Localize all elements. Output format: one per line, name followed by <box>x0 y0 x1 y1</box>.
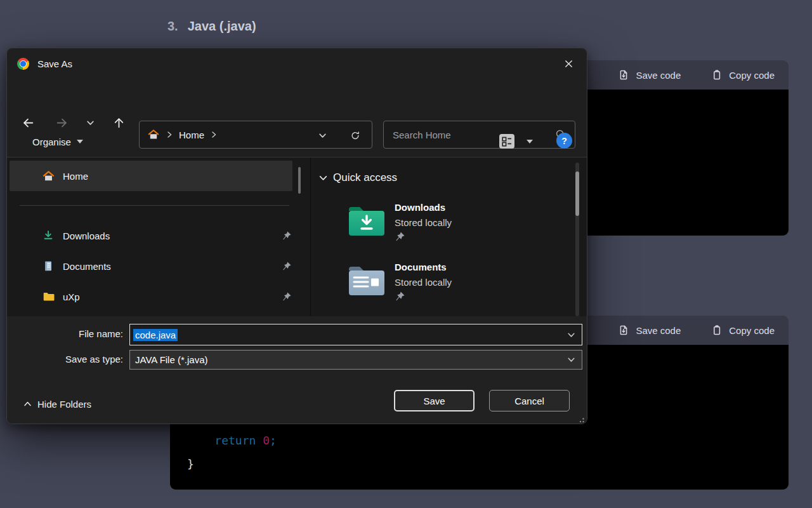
dialog-title: Save As <box>37 58 72 69</box>
downloads-folder-icon <box>347 204 386 240</box>
close-button[interactable] <box>556 53 580 74</box>
sidebar-item-documents[interactable]: Documents <box>10 252 292 280</box>
heading-text: Java (.java) <box>188 19 256 34</box>
scrollbar-track[interactable] <box>575 163 579 316</box>
item-status: Stored locally <box>395 277 452 288</box>
view-dropdown-button[interactable] <box>522 134 537 149</box>
copy-code-button[interactable]: Copy code <box>711 324 775 336</box>
hide-folders-label: Hide Folders <box>37 399 91 410</box>
chevron-down-icon <box>318 173 328 183</box>
quick-access-header[interactable]: Quick access <box>318 171 397 184</box>
home-icon <box>41 170 55 183</box>
download-icon <box>41 229 55 242</box>
code-brace: } <box>187 452 277 476</box>
details-view-icon <box>501 135 513 148</box>
quick-access-label: Quick access <box>333 171 397 184</box>
sidebar-item-label: Documents <box>63 261 111 272</box>
navigation-bar: Home <box>7 79 587 126</box>
sidebar-separator <box>20 205 289 206</box>
sidebar-item-label: Downloads <box>63 231 110 241</box>
screen: 3. Java (.java) Save code <box>0 0 812 508</box>
code-semicolon: ; <box>270 434 277 447</box>
chevron-down-icon <box>567 356 575 364</box>
quick-access-item-downloads[interactable]: Downloads Stored locally <box>311 202 565 269</box>
item-name: Downloads <box>395 202 445 213</box>
close-icon <box>563 58 574 69</box>
page-heading: 3. Java (.java) <box>167 19 256 34</box>
scrollbar-thumb[interactable] <box>575 171 579 216</box>
cancel-button[interactable]: Cancel <box>489 390 570 411</box>
clipboard-icon <box>711 69 723 81</box>
list-number: 3. <box>167 19 178 34</box>
dialog-footer: File name: code.java Save as type: JAVA … <box>7 316 587 424</box>
help-button[interactable]: ? <box>556 133 572 149</box>
save-code-button[interactable]: Save code <box>618 324 681 336</box>
copy-code-label: Copy code <box>729 325 775 336</box>
clipboard-icon <box>711 324 723 336</box>
save-button[interactable]: Save <box>394 390 475 411</box>
copy-code-label: Copy code <box>729 70 775 81</box>
pin-icon <box>395 231 405 242</box>
resize-grip[interactable] <box>575 417 586 424</box>
sidebar-item-uxp[interactable]: uXp <box>10 283 292 311</box>
sidebar-item-label: uXp <box>63 291 80 302</box>
sidebar-item-label: Home <box>63 171 88 182</box>
folder-icon <box>41 290 55 304</box>
sidebar-item-downloads[interactable]: Downloads <box>10 222 292 250</box>
file-list-pane: Quick access <box>311 157 587 316</box>
organise-label: Organise <box>32 137 71 147</box>
save-code-button[interactable]: Save code <box>618 69 681 81</box>
pin-icon <box>282 291 292 302</box>
navigation-pane: Home Downloads <box>7 157 310 316</box>
save-file-icon <box>618 324 629 336</box>
file-name-label: File name: <box>7 328 123 339</box>
save-code-label: Save code <box>636 70 681 81</box>
documents-folder-icon <box>347 264 386 300</box>
code-number: 0 <box>263 434 270 447</box>
save-as-type-select[interactable]: JAVA File (*.java) <box>129 350 582 370</box>
code-keyword: return <box>214 434 256 447</box>
hide-folders-button[interactable]: Hide Folders <box>20 397 95 411</box>
file-name-input[interactable]: code.java <box>129 324 582 345</box>
dropdown-triangle-icon <box>527 140 533 144</box>
dropdown-triangle-icon <box>77 140 83 144</box>
copy-code-button[interactable]: Copy code <box>711 69 775 81</box>
organise-button[interactable]: Organise <box>29 132 87 151</box>
code-indent <box>187 434 214 447</box>
dialog-titlebar: Save As <box>7 48 587 79</box>
item-name: Documents <box>395 262 447 272</box>
save-as-dialog: Save As <box>6 48 587 424</box>
save-as-type-label: Save as type: <box>7 354 123 364</box>
help-label: ? <box>561 136 567 146</box>
save-as-type-value: JAVA File (*.java) <box>135 354 207 365</box>
pin-icon <box>395 291 405 302</box>
pin-icon <box>282 261 292 271</box>
file-name-value: code.java <box>133 329 178 341</box>
command-bar: Organise <box>7 126 587 157</box>
view-options-button[interactable] <box>499 134 514 149</box>
chevron-up-icon <box>23 401 32 407</box>
document-icon <box>41 260 55 272</box>
pin-icon <box>282 231 292 241</box>
item-status: Stored locally <box>395 217 452 228</box>
chrome-logo-icon <box>17 58 29 70</box>
sidebar-item-home[interactable]: Home <box>10 161 292 191</box>
chevron-down-icon <box>567 331 575 339</box>
save-code-label: Save code <box>636 325 681 336</box>
save-file-icon <box>618 69 629 81</box>
dialog-body: Home Downloads <box>7 157 587 316</box>
sidebar-scrollbar[interactable] <box>298 167 301 194</box>
code-snippet: return 0;} <box>187 429 277 476</box>
